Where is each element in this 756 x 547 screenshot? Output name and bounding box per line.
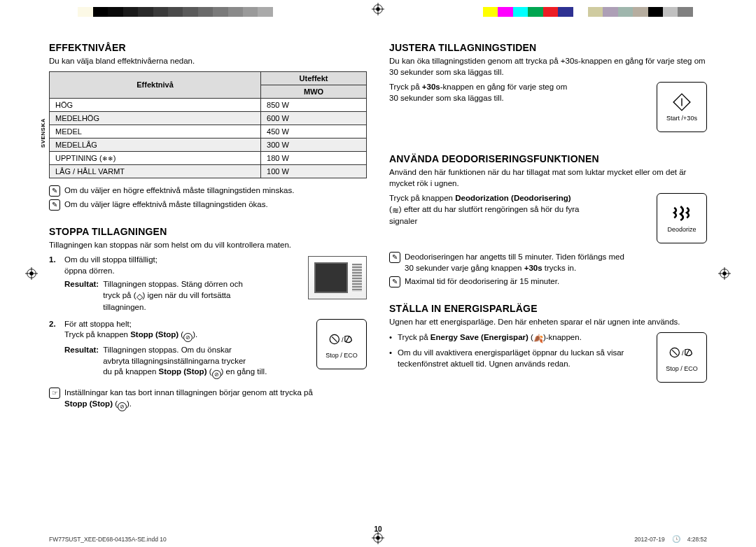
svg-point-7 xyxy=(376,536,379,539)
page-content: EFFEKTNIVÅER Du kan välja bland effektni… xyxy=(49,42,707,519)
table-row: UPPTINING (❄❄)180 W xyxy=(50,151,367,164)
start-30s-button-icon: Start /+30s xyxy=(657,82,707,132)
color-swatch xyxy=(78,7,92,17)
note-icon xyxy=(389,276,400,287)
result-label: Resultat: xyxy=(64,345,99,379)
table-row: LÅG / HÅLL VARMT100 W xyxy=(50,164,367,178)
color-swatch xyxy=(513,7,528,17)
footer-file-info: FW77SUST_XEE-DE68-04135A-SE.indd 10 xyxy=(49,536,167,543)
leaf-icon: 🍂 xyxy=(533,334,543,345)
color-swatch xyxy=(678,7,692,17)
stop-icon: ⊘ xyxy=(212,370,221,379)
section-stop-cooking: STOPPA TILLAGNINGEN Tillagningen kan sto… xyxy=(49,226,367,411)
svg-point-15 xyxy=(722,271,726,275)
registration-mark-left xyxy=(25,267,38,280)
stop-eco-button-icon: / Stop / ECO xyxy=(316,319,367,369)
color-swatch xyxy=(243,7,258,17)
color-swatch xyxy=(168,7,183,17)
step-2: 2. För att stoppa helt; Tryck på knappen… xyxy=(49,319,309,380)
color-swatch xyxy=(108,7,122,17)
note-deodorize-max: Maximal tid för deodorisering är 15 minu… xyxy=(389,276,707,287)
stop-icon: ⊘ xyxy=(118,402,127,411)
color-swatch xyxy=(198,7,213,17)
color-swatch xyxy=(528,7,542,17)
registration-mark-top xyxy=(372,3,384,15)
note-remove-settings: Inställningar kan tas bort innan tillagn… xyxy=(49,388,367,411)
note-deodorize-5min: Deodoriseringen har angetts till 5 minut… xyxy=(389,252,707,274)
color-swatch xyxy=(483,7,498,17)
table-row: MEDEL450 W xyxy=(50,125,367,138)
note-lower-power: Om du väljer lägre effektnivå måste till… xyxy=(49,199,367,211)
note-icon xyxy=(49,199,60,211)
language-tab: SVENSKA xyxy=(39,115,47,150)
color-swatch xyxy=(63,7,78,17)
page-number: 10 xyxy=(374,525,382,533)
color-swatch xyxy=(93,7,108,17)
defrost-icon: ❄❄ xyxy=(102,155,113,162)
color-bar-right xyxy=(483,7,693,17)
color-swatch xyxy=(498,7,512,17)
footer-datetime: 2012-07-19 🕓 4:28:52 xyxy=(634,535,707,543)
note-icon xyxy=(389,252,400,263)
left-column: EFFEKTNIVÅER Du kan välja bland effektni… xyxy=(49,42,367,519)
color-swatch xyxy=(603,7,617,17)
color-swatch xyxy=(258,7,272,17)
table-row: MEDELLÅG300 W xyxy=(50,138,367,151)
step-1: 1. Om du vill stoppa tillfälligt; öppna … xyxy=(49,255,301,313)
color-swatch xyxy=(153,7,168,17)
table-row: MEDELHÖG600 W xyxy=(50,111,367,125)
note-higher-power: Om du väljer en högre effektnivå måste t… xyxy=(49,185,367,197)
color-swatch xyxy=(228,7,243,17)
color-swatch xyxy=(648,7,663,17)
wave-icon: ≋ xyxy=(392,206,399,217)
start-diamond-icon: ◇ xyxy=(136,292,143,303)
th-mwo: MWO xyxy=(261,85,367,98)
intro-energy-save: Ugnen har ett energisparläge. Den här en… xyxy=(389,317,707,328)
table-row: HÖG850 W xyxy=(50,98,367,111)
section-adjust-time: JUSTERA TILLAGNINGSTIDEN Du kan öka till… xyxy=(389,42,707,138)
heading-adjust-time: JUSTERA TILLAGNINGSTIDEN xyxy=(389,42,707,53)
pointer-icon xyxy=(49,388,60,399)
microwave-illustration xyxy=(308,256,367,299)
right-column: JUSTERA TILLAGNINGSTIDEN Du kan öka till… xyxy=(389,42,707,519)
color-swatch xyxy=(183,7,197,17)
bullet-energy-1: Tryck på Energy Save (Energispar) (🍂)-kn… xyxy=(389,332,707,345)
th-output: Uteffekt xyxy=(261,71,367,85)
heading-power-levels: EFFEKTNIVÅER xyxy=(49,42,367,53)
svg-point-3 xyxy=(376,7,379,10)
section-power-levels: EFFEKTNIVÅER Du kan välja bland effektni… xyxy=(49,42,367,211)
section-energy-save: STÄLLA IN ENERGISPARLÄGE Ugnen har ett e… xyxy=(389,303,707,388)
intro-deodorize: Använd den här funktionen när du har til… xyxy=(389,167,707,189)
color-swatch xyxy=(123,7,138,17)
intro-stop-cooking: Tillagningen kan stoppas när som helst o… xyxy=(49,240,367,251)
note-icon xyxy=(49,185,60,197)
result-label: Resultat: xyxy=(64,279,99,313)
deodorize-button-icon: Deodorize xyxy=(657,193,707,243)
color-swatch xyxy=(588,7,603,17)
svg-line-17 xyxy=(332,336,337,341)
bullet-energy-2: Om du vill avaktivera energisparläget öp… xyxy=(389,348,707,369)
heading-deodorize: ANVÄNDA DEODORISERINGSFUNKTIONEN xyxy=(389,153,707,164)
svg-line-19 xyxy=(346,336,349,341)
svg-point-11 xyxy=(29,271,33,275)
color-swatch xyxy=(213,7,227,17)
color-swatch xyxy=(618,7,633,17)
stop-icon: ⊘ xyxy=(183,333,192,342)
color-swatch xyxy=(558,7,573,17)
color-bar-left xyxy=(63,7,273,17)
intro-power-levels: Du kan välja bland effektnivåerna nedan. xyxy=(49,56,367,67)
svg-text:/: / xyxy=(342,336,344,343)
section-deodorize: ANVÄNDA DEODORISERINGSFUNKTIONEN Använd … xyxy=(389,153,707,287)
heading-stop-cooking: STOPPA TILLAGNINGEN xyxy=(49,226,367,237)
color-swatch xyxy=(573,7,588,17)
th-level: Effektnivå xyxy=(50,71,261,98)
power-levels-table: Effektnivå Uteffekt MWO HÖG850 WMEDELHÖG… xyxy=(49,71,367,178)
intro-adjust-time: Du kan öka tillagningstiden genom att tr… xyxy=(389,56,707,78)
registration-mark-bottom xyxy=(372,532,384,544)
heading-energy-save: STÄLLA IN ENERGISPARLÄGE xyxy=(389,303,707,314)
color-swatch xyxy=(633,7,648,17)
color-swatch xyxy=(543,7,558,17)
color-swatch xyxy=(663,7,678,17)
clock-icon: 🕓 xyxy=(672,535,680,543)
color-swatch xyxy=(138,7,153,17)
